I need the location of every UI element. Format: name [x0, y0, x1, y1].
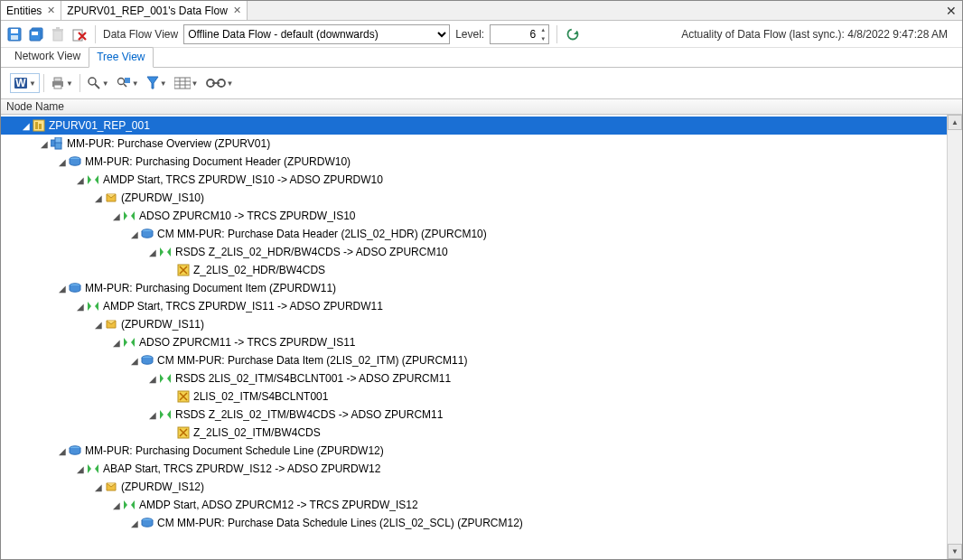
expander-open-icon[interactable]: ◢ — [111, 338, 122, 348]
tree-row[interactable]: ◢RSDS 2LIS_02_ITM/S4BCLNT001 -> ADSO ZPU… — [1, 369, 947, 387]
tree-row[interactable]: ◢CM MM-PUR: Purchase Data Header (2LIS_0… — [1, 225, 947, 243]
tree-row[interactable]: ◢MM-PUR: Purchasing Document Header (ZPU… — [1, 153, 947, 171]
search-button[interactable]: ▼ — [84, 73, 112, 93]
tree-row[interactable]: Z_2LIS_02_HDR/BW4CDS — [1, 261, 947, 279]
expander-open-icon[interactable]: ◢ — [57, 157, 68, 167]
transform-icon — [86, 299, 100, 313]
transform-icon — [122, 498, 136, 512]
transform-icon — [122, 209, 136, 223]
tree-row[interactable]: ◢ADSO ZPURCM11 -> TRCS ZPURDW_IS11 — [1, 333, 947, 351]
expander-open-icon[interactable]: ◢ — [75, 302, 86, 312]
tree-row[interactable]: ◢ABAP Start, TRCS ZPURDW_IS12 -> ADSO ZP… — [1, 460, 947, 478]
dataflow-view-select[interactable]: Offline Data Flow - default (downwards) — [183, 24, 450, 44]
chevron-down-icon: ▼ — [192, 79, 199, 88]
close-icon[interactable]: ✕ — [47, 5, 55, 16]
expander-open-icon[interactable]: ◢ — [21, 121, 32, 131]
tree-row[interactable]: ◢RSDS Z_2LIS_02_HDR/BW4CDS -> ADSO ZPURC… — [1, 243, 947, 261]
transform-icon — [158, 245, 173, 259]
expander-open-icon[interactable]: ◢ — [111, 211, 122, 221]
export-word-button[interactable]: W ▼ — [10, 73, 40, 93]
close-icon[interactable]: ✕ — [233, 5, 241, 16]
tree-row[interactable]: 2LIS_02_ITM/S4BCLNT001 — [1, 387, 947, 406]
columns-button[interactable]: ▼ — [172, 73, 201, 93]
expander-open-icon[interactable]: ◢ — [93, 482, 104, 492]
tree-label: ZPURV01_REP_001 — [49, 119, 150, 132]
save-icon[interactable] — [6, 26, 23, 42]
level-spinner[interactable]: ▲▼ — [490, 24, 549, 44]
expander-open-icon[interactable]: ◢ — [75, 175, 86, 185]
tree-row[interactable]: ◢AMDP Start, TRCS ZPURDW_IS10 -> ADSO ZP… — [1, 171, 947, 189]
expander-open-icon[interactable]: ◢ — [39, 139, 50, 149]
refresh-icon[interactable] — [565, 26, 581, 42]
tab-dataflow[interactable]: ZPURV01_REP_001's Data Flow ✕ — [61, 1, 248, 20]
column-header[interactable]: Node Name — [1, 98, 962, 115]
expander-open-icon[interactable]: ◢ — [57, 284, 68, 294]
expander-open-icon[interactable]: ◢ — [147, 374, 158, 384]
transform-icon — [158, 407, 173, 422]
adso-icon — [140, 516, 154, 530]
tree-label: MM-PUR: Purchasing Document Item (ZPURDW… — [85, 282, 336, 294]
tree-row[interactable]: ◢(ZPURDW_IS12) — [1, 478, 947, 496]
tree-row[interactable]: ◢CM MM-PUR: Purchase Data Item (2LIS_02_… — [1, 351, 947, 369]
ds-icon — [176, 389, 191, 404]
tree-label: 2LIS_02_ITM/S4BCLNT001 — [193, 390, 328, 403]
tree-label: CM MM-PUR: Purchase Data Item (2LIS_02_I… — [157, 354, 467, 367]
transform-icon — [158, 371, 173, 386]
source-icon — [104, 480, 118, 494]
main-toolbar: Data Flow View Offline Data Flow - defau… — [1, 21, 962, 48]
tree-row[interactable]: ◢MM-PUR: Purchasing Document Schedule Li… — [1, 442, 947, 460]
expander-open-icon[interactable]: ◢ — [93, 320, 104, 330]
expander-open-icon[interactable]: ◢ — [147, 247, 158, 257]
vertical-scrollbar[interactable]: ▲ ▼ — [947, 115, 962, 559]
cube-multi-icon — [50, 136, 64, 151]
svg-line-19 — [124, 84, 126, 87]
tree-row[interactable]: ◢(ZPURDW_IS10) — [1, 189, 947, 207]
save-all-icon[interactable] — [28, 26, 44, 42]
remove-icon[interactable] — [71, 26, 88, 42]
level-input[interactable] — [491, 25, 538, 43]
expander-open-icon[interactable]: ◢ — [75, 464, 86, 474]
scroll-down-icon[interactable]: ▼ — [948, 544, 962, 559]
svg-rect-7 — [52, 29, 63, 31]
tree-row[interactable]: ◢CM MM-PUR: Purchase Data Schedule Lines… — [1, 514, 947, 532]
sync-status: Actuality of Data Flow (last sync.): 4/8… — [681, 28, 957, 41]
tree-row[interactable]: ◢MM-PUR: Purchasing Document Item (ZPURD… — [1, 279, 947, 297]
tree-row[interactable]: ◢ZPURV01_REP_001 — [1, 117, 947, 135]
tree-row[interactable]: ◢ADSO ZPURCM10 -> TRCS ZPURDW_IS10 — [1, 207, 947, 225]
svg-point-16 — [89, 78, 96, 85]
tree-row[interactable]: ◢RSDS Z_2LIS_02_ITM/BW4CDS -> ADSO ZPURC… — [1, 406, 947, 424]
tree-row[interactable]: ◢(ZPURDW_IS11) — [1, 315, 947, 333]
expander-open-icon[interactable]: ◢ — [129, 229, 140, 239]
tree-label: AMDP Start, ADSO ZPURCM12 -> TRCS ZPURDW… — [139, 499, 418, 511]
tab-entities[interactable]: Entities ✕ — [1, 1, 61, 20]
expander-open-icon[interactable]: ◢ — [147, 410, 158, 420]
delete-icon[interactable] — [50, 26, 66, 42]
close-icon[interactable]: ✕ — [940, 4, 962, 18]
tree-row[interactable]: ◢MM-PUR: Purchase Overview (ZPURV01) — [1, 135, 947, 153]
tree-row[interactable]: ◢AMDP Start, TRCS ZPURDW_IS11 -> ADSO ZP… — [1, 297, 947, 315]
tree-label: ADSO ZPURCM10 -> TRCS ZPURDW_IS10 — [139, 210, 356, 222]
adso-icon — [68, 443, 82, 458]
expander-open-icon[interactable]: ◢ — [129, 356, 140, 366]
expander-open-icon[interactable]: ◢ — [129, 518, 140, 528]
expander-open-icon[interactable]: ◢ — [57, 446, 68, 456]
tab-tree-view[interactable]: Tree View — [89, 47, 153, 68]
scroll-up-icon[interactable]: ▲ — [948, 115, 962, 130]
expander-open-icon[interactable]: ◢ — [111, 500, 122, 510]
tree[interactable]: ◢ZPURV01_REP_001◢MM-PUR: Purchase Overvi… — [1, 115, 947, 559]
tree-label: Z_2LIS_02_ITM/BW4CDS — [193, 426, 321, 439]
column-label: Node Name — [6, 100, 64, 113]
filter-button[interactable]: ▼ — [144, 73, 170, 93]
tree-row[interactable]: Z_2LIS_02_ITM/BW4CDS — [1, 424, 947, 442]
search-cube-button[interactable]: ▼ — [114, 73, 142, 93]
tab-label: ZPURV01_REP_001's Data Flow — [67, 5, 228, 17]
print-button[interactable]: ▼ — [48, 73, 76, 93]
tree-label: (ZPURDW_IS12) — [121, 481, 204, 493]
link-button[interactable]: ▼ — [203, 73, 237, 93]
expander-open-icon[interactable]: ◢ — [93, 193, 104, 203]
ds-icon — [176, 263, 191, 277]
spin-down-icon[interactable]: ▼ — [538, 34, 548, 43]
spin-up-icon[interactable]: ▲ — [538, 25, 548, 34]
tree-row[interactable]: ◢AMDP Start, ADSO ZPURCM12 -> TRCS ZPURD… — [1, 496, 947, 514]
tab-network-view[interactable]: Network View — [6, 46, 89, 67]
